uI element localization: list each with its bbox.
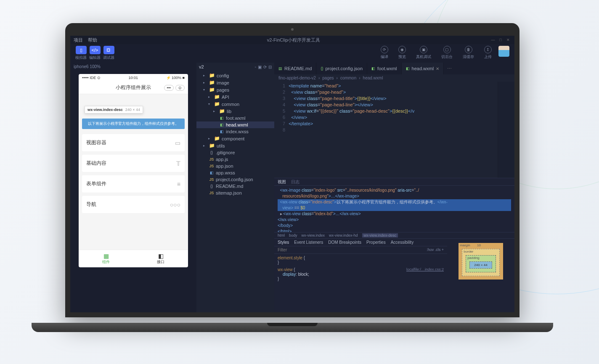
tree-root[interactable]: v2 <box>199 64 204 69</box>
tab-component[interactable]: ▦ 组件 <box>79 250 133 267</box>
menu-help[interactable]: 帮助 <box>88 37 97 43</box>
devtools-panel: 视图 日志 <wx-image class="index-logo" src="… <box>274 178 514 312</box>
styles-subtab[interactable]: Event Listeners <box>294 240 323 245</box>
page-title: 小程序组件展示 <box>116 84 151 91</box>
compile-button[interactable]: ⟳ 编译 <box>377 46 392 60</box>
titlebar: 项目 帮助 v2-FinClip小程序开发工具 — □ ✕ <box>70 36 514 44</box>
tab-api[interactable]: ◧ 接口 <box>133 250 188 267</box>
folder-node[interactable]: ▸📁component <box>196 135 274 142</box>
remote-debug-button[interactable]: ▣ 真机调试 <box>413 46 435 60</box>
inspector-tooltip: wx-view.index-desc240 × 44 <box>85 106 143 113</box>
preview-button[interactable]: ◉ 预览 <box>395 46 409 60</box>
upload-button[interactable]: ↥ 上传 <box>481 46 495 60</box>
camera-dot <box>291 28 294 31</box>
file-node[interactable]: ◧head.wxml <box>196 121 274 128</box>
file-node[interactable]: ◧index.wxss <box>196 128 274 135</box>
editor-tab[interactable]: ◧head.wxml✕ <box>402 63 444 74</box>
clear-cache-button[interactable]: 🗑 清缓存 <box>459 46 477 60</box>
component-icon: ▦ <box>81 253 131 259</box>
switch-bg-button[interactable]: ▢ 切后台 <box>438 46 456 60</box>
new-folder-icon[interactable]: ▣ <box>258 65 262 69</box>
simulator-panel: iphone6 100% ••••• IDE ⊙ 10:01 ⚡ 100% ■ … <box>70 63 196 312</box>
editor-tabs: ▤README.md{}project.config.json◧foot.wxm… <box>274 63 514 74</box>
css-rules[interactable]: element.style {}</span><span class="rule… <box>274 254 447 312</box>
list-item[interactable]: 基础内容𝕋 <box>82 155 185 172</box>
list-item[interactable]: 视图容器▭ <box>82 134 185 151</box>
capsule-more[interactable]: ••• <box>164 85 174 91</box>
collapse-icon[interactable]: ⊟ <box>268 65 272 69</box>
file-node[interactable]: ◧app.wxss <box>196 169 274 176</box>
breadcrumb[interactable]: fino-applet-demo-v2›pages›common›head.wx… <box>274 74 514 82</box>
user-avatar[interactable] <box>498 46 509 57</box>
box-model: 10 240 × 44 <box>447 239 514 312</box>
upload-icon: ↥ <box>484 46 492 53</box>
status-signal: ••••• IDE ⊙ <box>82 76 101 80</box>
refresh-icon[interactable]: ⟳ <box>263 65 267 69</box>
simulator-toggle[interactable]: ▯ 模拟器 <box>75 46 87 61</box>
editor-tab[interactable]: ◧foot.wxml <box>367 63 401 74</box>
file-node[interactable]: {}README.md <box>196 183 274 190</box>
new-file-icon[interactable]: ▫ <box>254 65 256 69</box>
bug-icon: ⛋ <box>103 46 114 54</box>
status-battery: ⚡ 100% ■ <box>166 76 185 80</box>
toolbar: ▯ 模拟器 </> 编辑器 ⛋ 调试器 ⟳ 编译 <box>70 44 514 63</box>
folder-node[interactable]: ▸📁API <box>196 93 274 100</box>
status-time: 10:01 <box>128 76 138 80</box>
folder-node[interactable]: ▸📁config <box>196 72 274 79</box>
styles-subtab[interactable]: DOM Breakpoints <box>328 240 361 245</box>
home-icon: ▢ <box>443 46 451 53</box>
laptop-frame: 项目 帮助 v2-FinClip小程序开发工具 — □ ✕ ▯ 模拟器 <box>65 23 519 326</box>
ide-app: 项目 帮助 v2-FinClip小程序开发工具 — □ ✕ ▯ 模拟器 <box>70 36 514 312</box>
editor-toggle[interactable]: </> 编辑器 <box>89 46 101 61</box>
folder-node[interactable]: ▸📁lib <box>196 108 274 115</box>
window-title: v2-FinClip小程序开发工具 <box>97 37 490 43</box>
menu-project[interactable]: 项目 <box>74 37 83 43</box>
highlighted-element: 以下将展示小程序官方组件能力，组件样式仅供参考。 <box>82 119 185 129</box>
maximize-button[interactable]: □ <box>498 38 504 42</box>
styles-toggles[interactable]: :hov .cls + <box>423 246 447 253</box>
devtools-tab-log[interactable]: 日志 <box>291 179 300 185</box>
trash-icon: 🗑 <box>465 46 472 53</box>
minimap[interactable] <box>498 82 514 178</box>
api-icon: ◧ <box>136 253 186 259</box>
device-icon: ▣ <box>420 46 427 53</box>
dom-tree[interactable]: <wx-image class="index-logo" src="../res… <box>274 186 514 232</box>
dom-breadcrumb[interactable]: htmlbodywx-view.indexwx-view.index-hdwx-… <box>274 232 514 238</box>
file-node[interactable]: ◧foot.wxml <box>196 115 274 121</box>
styles-subtab[interactable]: Properties <box>366 240 386 245</box>
file-explorer: v2 ▫ ▣ ⟳ ⊟ ▸📁config▸📁image▾📁pages▸📁API▾📁… <box>196 63 274 312</box>
code-icon: </> <box>90 46 101 54</box>
devtools-tab-view[interactable]: 视图 <box>278 179 286 185</box>
folder-node[interactable]: ▸📁utils <box>196 142 274 149</box>
eye-icon: ◉ <box>398 46 406 53</box>
compile-icon: ⟳ <box>381 46 388 53</box>
editor-tab[interactable]: ▤README.md <box>274 63 316 74</box>
phone-icon: ▯ <box>76 46 87 54</box>
editor-tab[interactable]: {}project.config.json <box>316 63 367 74</box>
file-node[interactable]: {}.gitignore <box>196 149 274 156</box>
folder-node[interactable]: ▸📁image <box>196 79 274 86</box>
file-node[interactable]: JSapp.json <box>196 163 274 169</box>
capsule-close[interactable]: ⊙ <box>175 85 185 91</box>
editor-panel: ▤README.md{}project.config.json◧foot.wxm… <box>274 63 514 312</box>
code-editor[interactable]: 12345678 <template name="head"> <view cl… <box>274 82 514 178</box>
minimize-button[interactable]: — <box>490 38 496 42</box>
list-item[interactable]: 表单组件≡ <box>82 175 185 193</box>
file-node[interactable]: JSproject.config.json <box>196 176 274 183</box>
tab-overflow[interactable]: ⋯ <box>444 63 455 74</box>
styles-subtab[interactable]: Styles <box>278 240 289 245</box>
styles-subtab[interactable]: Accessibility <box>391 240 413 245</box>
folder-node[interactable]: ▾📁pages <box>196 86 274 93</box>
simulator-device-label[interactable]: iphone6 100% <box>70 63 196 71</box>
debugger-toggle[interactable]: ⛋ 调试器 <box>103 46 114 61</box>
file-node[interactable]: JSsitemap.json <box>196 190 274 196</box>
file-node[interactable]: JSapp.js <box>196 156 274 163</box>
phone-preview[interactable]: ••••• IDE ⊙ 10:01 ⚡ 100% ■ 小程序组件展示 ••• ⊙ <box>79 74 188 267</box>
folder-node[interactable]: ▾📁common <box>196 100 274 108</box>
close-button[interactable]: ✕ <box>505 38 511 42</box>
styles-filter-input[interactable] <box>274 246 423 253</box>
list-item[interactable]: 导航○○○ <box>82 196 185 213</box>
